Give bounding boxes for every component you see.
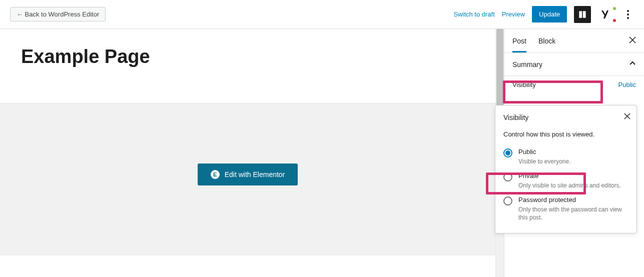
close-sidebar-button[interactable] <box>629 36 636 46</box>
top-bar-actions: Switch to draft Preview Update <box>453 6 634 23</box>
visibility-popup-description: Control how this post is viewed. <box>503 130 628 138</box>
update-button[interactable]: Update <box>532 6 567 22</box>
settings-sidebar: Post Block Summary Visibility Public Vis… <box>504 29 644 277</box>
radio-icon <box>503 148 512 158</box>
close-icon <box>624 113 630 120</box>
visibility-row[interactable]: Visibility Public <box>504 76 644 96</box>
close-icon <box>629 36 636 44</box>
editor-canvas: Example Page E Edit with Elementor <box>0 29 495 277</box>
radio-icon <box>503 196 512 206</box>
top-bar: ← Back to WordPress Editor Switch to dra… <box>0 0 644 29</box>
svg-point-0 <box>627 10 629 12</box>
svg-point-2 <box>627 17 629 19</box>
preview-button[interactable]: Preview <box>502 10 525 18</box>
back-to-editor-button[interactable]: ← Back to WordPress Editor <box>10 7 106 22</box>
visibility-option-password[interactable]: Password protected Only those with the p… <box>503 193 628 226</box>
visibility-popup: Visibility Control how this post is view… <box>495 105 637 234</box>
visibility-popup-title: Visibility <box>503 114 628 122</box>
yoast-icon <box>600 8 612 20</box>
summary-label: Summary <box>512 60 542 68</box>
visibility-value-link[interactable]: Public <box>618 81 636 88</box>
page-title[interactable]: Example Page <box>0 29 495 82</box>
elementor-area: E Edit with Elementor <box>0 103 495 256</box>
visibility-popup-close[interactable] <box>624 112 630 122</box>
option-description: Only visible to site admins and editors. <box>518 182 628 190</box>
edit-with-elementor-button[interactable]: E Edit with Elementor <box>198 164 298 186</box>
settings-panel-toggle[interactable] <box>574 6 591 23</box>
visibility-option-public[interactable]: Public Visible to everyone. <box>503 145 628 169</box>
visibility-label: Visibility <box>512 81 536 88</box>
sidebar-icon <box>577 10 587 20</box>
yoast-seo-button[interactable] <box>598 6 615 23</box>
radio-icon <box>503 172 512 182</box>
summary-panel-header[interactable]: Summary <box>504 53 644 76</box>
tab-block[interactable]: Block <box>538 30 555 52</box>
elementor-e-icon: E <box>211 170 220 179</box>
more-options-button[interactable] <box>622 6 634 23</box>
switch-to-draft-button[interactable]: Switch to draft <box>453 10 494 18</box>
chevron-up-icon <box>629 60 636 68</box>
option-label: Private <box>518 172 628 180</box>
visibility-option-private[interactable]: Private Only visible to site admins and … <box>503 169 628 193</box>
option-description: Only those with the password can view th… <box>518 206 628 222</box>
status-dot-red <box>613 19 616 22</box>
option-description: Visible to everyone. <box>518 158 628 166</box>
kebab-icon <box>627 10 629 19</box>
option-label: Password protected <box>518 196 628 204</box>
option-label: Public <box>518 148 628 156</box>
tab-post[interactable]: Post <box>512 30 526 52</box>
sidebar-tabs: Post Block <box>504 29 644 53</box>
edit-with-elementor-label: Edit with Elementor <box>225 170 285 178</box>
svg-point-1 <box>627 14 629 16</box>
status-dot-green <box>613 7 616 10</box>
